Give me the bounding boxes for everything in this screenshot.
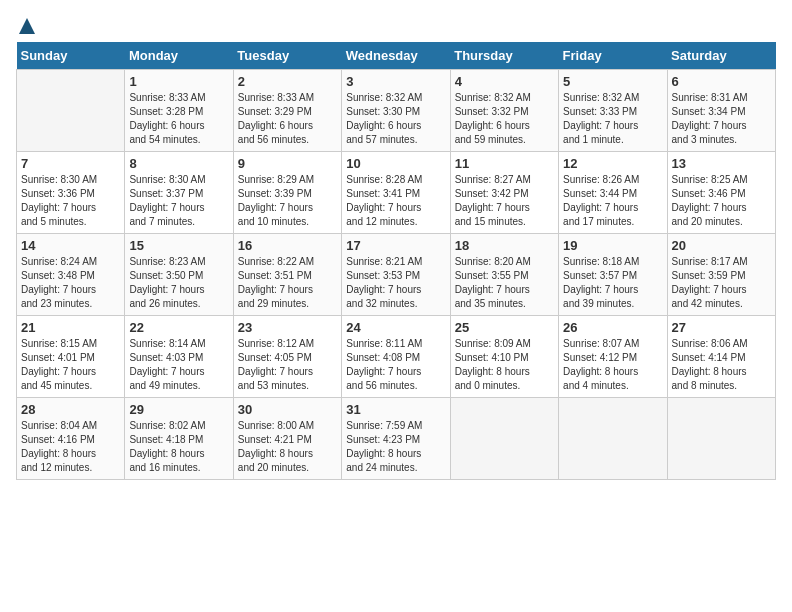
day-number: 16 — [238, 238, 337, 253]
day-info: Sunrise: 8:32 AM Sunset: 3:33 PM Dayligh… — [563, 91, 662, 147]
day-cell: 20Sunrise: 8:17 AM Sunset: 3:59 PM Dayli… — [667, 234, 775, 316]
day-number: 8 — [129, 156, 228, 171]
day-cell: 24Sunrise: 8:11 AM Sunset: 4:08 PM Dayli… — [342, 316, 450, 398]
day-info: Sunrise: 8:06 AM Sunset: 4:14 PM Dayligh… — [672, 337, 771, 393]
day-cell — [450, 398, 558, 480]
day-cell: 8Sunrise: 8:30 AM Sunset: 3:37 PM Daylig… — [125, 152, 233, 234]
day-cell: 11Sunrise: 8:27 AM Sunset: 3:42 PM Dayli… — [450, 152, 558, 234]
day-cell: 17Sunrise: 8:21 AM Sunset: 3:53 PM Dayli… — [342, 234, 450, 316]
day-info: Sunrise: 8:32 AM Sunset: 3:30 PM Dayligh… — [346, 91, 445, 147]
day-number: 12 — [563, 156, 662, 171]
day-number: 27 — [672, 320, 771, 335]
day-number: 2 — [238, 74, 337, 89]
day-cell: 15Sunrise: 8:23 AM Sunset: 3:50 PM Dayli… — [125, 234, 233, 316]
day-number: 30 — [238, 402, 337, 417]
day-number: 7 — [21, 156, 120, 171]
header-cell-monday: Monday — [125, 42, 233, 70]
day-info: Sunrise: 8:15 AM Sunset: 4:01 PM Dayligh… — [21, 337, 120, 393]
day-info: Sunrise: 8:29 AM Sunset: 3:39 PM Dayligh… — [238, 173, 337, 229]
day-number: 18 — [455, 238, 554, 253]
day-cell: 30Sunrise: 8:00 AM Sunset: 4:21 PM Dayli… — [233, 398, 341, 480]
day-number: 15 — [129, 238, 228, 253]
day-info: Sunrise: 8:27 AM Sunset: 3:42 PM Dayligh… — [455, 173, 554, 229]
day-info: Sunrise: 8:32 AM Sunset: 3:32 PM Dayligh… — [455, 91, 554, 147]
day-cell: 27Sunrise: 8:06 AM Sunset: 4:14 PM Dayli… — [667, 316, 775, 398]
day-cell — [559, 398, 667, 480]
day-number: 13 — [672, 156, 771, 171]
day-number: 25 — [455, 320, 554, 335]
day-cell: 21Sunrise: 8:15 AM Sunset: 4:01 PM Dayli… — [17, 316, 125, 398]
week-row-1: 1Sunrise: 8:33 AM Sunset: 3:28 PM Daylig… — [17, 70, 776, 152]
day-info: Sunrise: 8:26 AM Sunset: 3:44 PM Dayligh… — [563, 173, 662, 229]
day-info: Sunrise: 8:17 AM Sunset: 3:59 PM Dayligh… — [672, 255, 771, 311]
day-info: Sunrise: 8:02 AM Sunset: 4:18 PM Dayligh… — [129, 419, 228, 475]
day-cell — [667, 398, 775, 480]
header-cell-saturday: Saturday — [667, 42, 775, 70]
day-number: 28 — [21, 402, 120, 417]
day-cell: 23Sunrise: 8:12 AM Sunset: 4:05 PM Dayli… — [233, 316, 341, 398]
day-info: Sunrise: 8:30 AM Sunset: 3:36 PM Dayligh… — [21, 173, 120, 229]
day-cell: 22Sunrise: 8:14 AM Sunset: 4:03 PM Dayli… — [125, 316, 233, 398]
day-cell: 9Sunrise: 8:29 AM Sunset: 3:39 PM Daylig… — [233, 152, 341, 234]
day-number: 21 — [21, 320, 120, 335]
header — [16, 16, 776, 32]
day-number: 17 — [346, 238, 445, 253]
day-number: 31 — [346, 402, 445, 417]
day-cell: 12Sunrise: 8:26 AM Sunset: 3:44 PM Dayli… — [559, 152, 667, 234]
day-info: Sunrise: 8:20 AM Sunset: 3:55 PM Dayligh… — [455, 255, 554, 311]
header-row: SundayMondayTuesdayWednesdayThursdayFrid… — [17, 42, 776, 70]
day-info: Sunrise: 8:00 AM Sunset: 4:21 PM Dayligh… — [238, 419, 337, 475]
day-info: Sunrise: 8:28 AM Sunset: 3:41 PM Dayligh… — [346, 173, 445, 229]
day-info: Sunrise: 8:14 AM Sunset: 4:03 PM Dayligh… — [129, 337, 228, 393]
day-cell: 7Sunrise: 8:30 AM Sunset: 3:36 PM Daylig… — [17, 152, 125, 234]
day-cell: 3Sunrise: 8:32 AM Sunset: 3:30 PM Daylig… — [342, 70, 450, 152]
day-info: Sunrise: 8:12 AM Sunset: 4:05 PM Dayligh… — [238, 337, 337, 393]
day-number: 9 — [238, 156, 337, 171]
day-info: Sunrise: 8:23 AM Sunset: 3:50 PM Dayligh… — [129, 255, 228, 311]
day-number: 19 — [563, 238, 662, 253]
day-cell: 4Sunrise: 8:32 AM Sunset: 3:32 PM Daylig… — [450, 70, 558, 152]
svg-marker-0 — [19, 18, 35, 34]
day-info: Sunrise: 8:18 AM Sunset: 3:57 PM Dayligh… — [563, 255, 662, 311]
day-number: 22 — [129, 320, 228, 335]
day-cell: 28Sunrise: 8:04 AM Sunset: 4:16 PM Dayli… — [17, 398, 125, 480]
logo-icon — [17, 16, 37, 36]
day-info: Sunrise: 8:09 AM Sunset: 4:10 PM Dayligh… — [455, 337, 554, 393]
day-cell: 16Sunrise: 8:22 AM Sunset: 3:51 PM Dayli… — [233, 234, 341, 316]
day-number: 11 — [455, 156, 554, 171]
logo — [16, 16, 38, 32]
day-number: 6 — [672, 74, 771, 89]
day-info: Sunrise: 8:24 AM Sunset: 3:48 PM Dayligh… — [21, 255, 120, 311]
week-row-3: 14Sunrise: 8:24 AM Sunset: 3:48 PM Dayli… — [17, 234, 776, 316]
day-cell: 10Sunrise: 8:28 AM Sunset: 3:41 PM Dayli… — [342, 152, 450, 234]
day-number: 20 — [672, 238, 771, 253]
day-info: Sunrise: 8:07 AM Sunset: 4:12 PM Dayligh… — [563, 337, 662, 393]
day-number: 5 — [563, 74, 662, 89]
day-info: Sunrise: 8:11 AM Sunset: 4:08 PM Dayligh… — [346, 337, 445, 393]
week-row-2: 7Sunrise: 8:30 AM Sunset: 3:36 PM Daylig… — [17, 152, 776, 234]
week-row-5: 28Sunrise: 8:04 AM Sunset: 4:16 PM Dayli… — [17, 398, 776, 480]
day-number: 26 — [563, 320, 662, 335]
day-info: Sunrise: 8:22 AM Sunset: 3:51 PM Dayligh… — [238, 255, 337, 311]
header-cell-friday: Friday — [559, 42, 667, 70]
day-info: Sunrise: 8:21 AM Sunset: 3:53 PM Dayligh… — [346, 255, 445, 311]
day-cell: 13Sunrise: 8:25 AM Sunset: 3:46 PM Dayli… — [667, 152, 775, 234]
day-number: 4 — [455, 74, 554, 89]
day-cell: 31Sunrise: 7:59 AM Sunset: 4:23 PM Dayli… — [342, 398, 450, 480]
day-cell: 19Sunrise: 8:18 AM Sunset: 3:57 PM Dayli… — [559, 234, 667, 316]
day-cell: 29Sunrise: 8:02 AM Sunset: 4:18 PM Dayli… — [125, 398, 233, 480]
day-info: Sunrise: 7:59 AM Sunset: 4:23 PM Dayligh… — [346, 419, 445, 475]
day-cell: 1Sunrise: 8:33 AM Sunset: 3:28 PM Daylig… — [125, 70, 233, 152]
day-number: 29 — [129, 402, 228, 417]
header-cell-sunday: Sunday — [17, 42, 125, 70]
header-cell-wednesday: Wednesday — [342, 42, 450, 70]
day-cell: 14Sunrise: 8:24 AM Sunset: 3:48 PM Dayli… — [17, 234, 125, 316]
day-info: Sunrise: 8:33 AM Sunset: 3:28 PM Dayligh… — [129, 91, 228, 147]
day-number: 10 — [346, 156, 445, 171]
day-info: Sunrise: 8:25 AM Sunset: 3:46 PM Dayligh… — [672, 173, 771, 229]
day-number: 24 — [346, 320, 445, 335]
week-row-4: 21Sunrise: 8:15 AM Sunset: 4:01 PM Dayli… — [17, 316, 776, 398]
day-number: 3 — [346, 74, 445, 89]
day-info: Sunrise: 8:30 AM Sunset: 3:37 PM Dayligh… — [129, 173, 228, 229]
day-info: Sunrise: 8:04 AM Sunset: 4:16 PM Dayligh… — [21, 419, 120, 475]
